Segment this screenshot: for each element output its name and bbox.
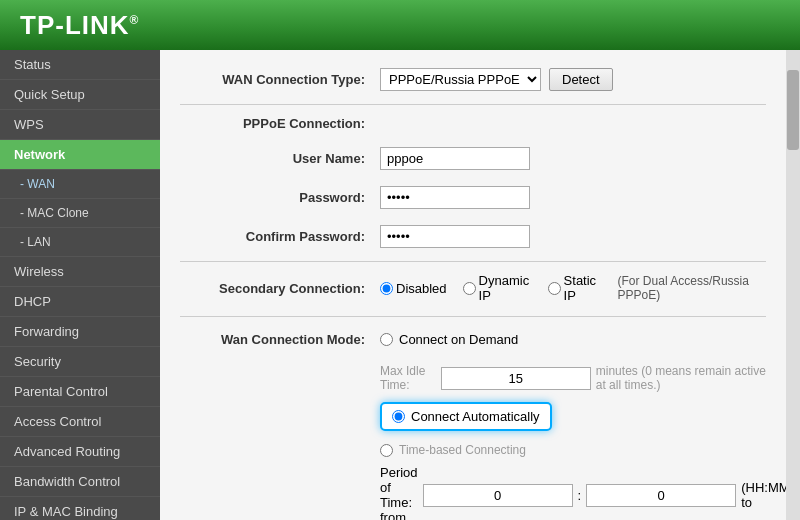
header: TP-LINK® xyxy=(0,0,800,50)
period-from-h-input[interactable] xyxy=(423,484,573,507)
wan-connection-type-label: WAN Connection Type: xyxy=(180,72,380,87)
secondary-static-radio[interactable] xyxy=(548,282,561,295)
sidebar-item-forwarding[interactable]: Forwarding xyxy=(0,317,160,347)
mode-time-label: Time-based Connecting xyxy=(399,443,526,457)
pppoe-connection-row: PPPoE Connection: xyxy=(180,113,766,134)
wan-connection-type-select[interactable]: PPPoE/Russia PPPoE xyxy=(380,68,541,91)
period-from-m-input[interactable] xyxy=(586,484,736,507)
sidebar-item-security[interactable]: Security xyxy=(0,347,160,377)
scrollbar[interactable] xyxy=(786,50,800,520)
secondary-dynamic-option[interactable]: Dynamic IP xyxy=(463,273,532,303)
period-colon-1: : xyxy=(578,488,582,503)
max-idle-demand-text: Max Idle Time: xyxy=(380,364,436,392)
period-hhmm1: (HH:MM) to xyxy=(741,480,786,510)
sidebar-item-wps[interactable]: WPS xyxy=(0,110,160,140)
mode-demand-radio[interactable] xyxy=(380,333,393,346)
mode-demand-option[interactable]: Connect on Demand xyxy=(380,328,518,351)
sidebar-item-mac-clone[interactable]: - MAC Clone xyxy=(0,199,160,228)
username-row: User Name: xyxy=(180,144,766,173)
wan-mode-label: Wan Connection Mode: xyxy=(180,332,380,347)
sidebar-item-bandwidth-control[interactable]: Bandwidth Control xyxy=(0,467,160,497)
sidebar-item-parental-control[interactable]: Parental Control xyxy=(0,377,160,407)
sidebar-item-dhcp[interactable]: DHCP xyxy=(0,287,160,317)
sidebar-item-advanced-routing[interactable]: Advanced Routing xyxy=(0,437,160,467)
mode-auto-container: Connect Automatically xyxy=(380,400,766,433)
wan-connection-type-row: WAN Connection Type: PPPoE/Russia PPPoE … xyxy=(180,65,766,94)
divider-2 xyxy=(180,261,766,262)
sidebar-item-status[interactable]: Status xyxy=(0,50,160,80)
username-controls xyxy=(380,147,766,170)
mode-time-radio[interactable] xyxy=(380,444,393,457)
wan-connection-type-controls: PPPoE/Russia PPPoE Detect xyxy=(380,68,766,91)
secondary-disabled-option[interactable]: Disabled xyxy=(380,281,447,296)
secondary-static-option[interactable]: Static IP xyxy=(548,273,602,303)
secondary-static-label: Static IP xyxy=(564,273,602,303)
username-input[interactable] xyxy=(380,147,530,170)
sidebar-item-lan[interactable]: - LAN xyxy=(0,228,160,257)
detect-button[interactable]: Detect xyxy=(549,68,613,91)
confirm-password-input[interactable] xyxy=(380,225,530,248)
period-row: Period of Time: from : (HH:MM) to : (HH:… xyxy=(380,465,766,520)
mode-demand-label: Connect on Demand xyxy=(399,332,518,347)
secondary-connection-label: Secondary Connection: xyxy=(180,281,380,296)
sidebar-item-quick-setup[interactable]: Quick Setup xyxy=(0,80,160,110)
password-input[interactable] xyxy=(380,186,530,209)
password-row: Password: xyxy=(180,183,766,212)
main-layout: Status Quick Setup WPS Network - WAN - M… xyxy=(0,50,800,520)
sidebar-item-access-control[interactable]: Access Control xyxy=(0,407,160,437)
sidebar-item-ip-mac-binding[interactable]: IP & MAC Binding xyxy=(0,497,160,520)
secondary-dynamic-label: Dynamic IP xyxy=(479,273,532,303)
scrollbar-thumb[interactable] xyxy=(787,70,799,150)
mode-time-option[interactable]: Time-based Connecting xyxy=(380,439,766,461)
mode-auto-highlighted: Connect Automatically xyxy=(380,402,552,431)
password-label: Password: xyxy=(180,190,380,205)
sidebar-item-wan[interactable]: - WAN xyxy=(0,170,160,199)
secondary-connection-row: Secondary Connection: Disabled Dynamic I… xyxy=(180,270,766,306)
username-label: User Name: xyxy=(180,151,380,166)
content-area: WAN Connection Type: PPPoE/Russia PPPoE … xyxy=(160,50,786,520)
mode-auto-label: Connect Automatically xyxy=(411,409,540,424)
secondary-connection-controls: Disabled Dynamic IP Static IP (For Dual … xyxy=(380,273,766,303)
sidebar-item-wireless[interactable]: Wireless xyxy=(0,257,160,287)
secondary-dynamic-radio[interactable] xyxy=(463,282,476,295)
max-idle-demand-input[interactable] xyxy=(441,367,591,390)
secondary-note: (For Dual Access/Russia PPPoE) xyxy=(618,274,766,302)
wan-mode-controls: Connect on Demand xyxy=(380,328,766,351)
password-controls xyxy=(380,186,766,209)
secondary-disabled-label: Disabled xyxy=(396,281,447,296)
pppoe-connection-label: PPPoE Connection: xyxy=(180,116,380,131)
period-label: Period of Time: from xyxy=(380,465,418,520)
mode-time-row: Time-based Connecting xyxy=(380,439,766,461)
confirm-password-controls xyxy=(380,225,766,248)
wan-mode-row: Wan Connection Mode: Connect on Demand xyxy=(180,325,766,354)
max-idle-demand-row: Max Idle Time: minutes (0 means remain a… xyxy=(380,364,766,392)
mode-auto-radio[interactable] xyxy=(392,410,405,423)
confirm-password-row: Confirm Password: xyxy=(180,222,766,251)
divider-3 xyxy=(180,316,766,317)
divider-1 xyxy=(180,104,766,105)
tp-link-logo: TP-LINK® xyxy=(20,10,139,41)
sidebar: Status Quick Setup WPS Network - WAN - M… xyxy=(0,50,160,520)
max-idle-demand-note: minutes (0 means remain active at all ti… xyxy=(596,364,766,392)
secondary-disabled-radio[interactable] xyxy=(380,282,393,295)
confirm-password-label: Confirm Password: xyxy=(180,229,380,244)
sidebar-item-network[interactable]: Network xyxy=(0,140,160,170)
